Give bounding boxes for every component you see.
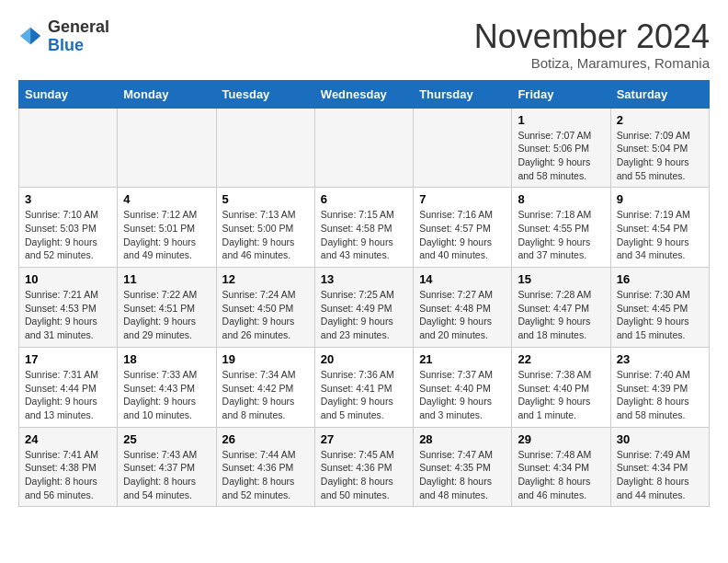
calendar-cell: 20Sunrise: 7:36 AM Sunset: 4:41 PM Dayli… xyxy=(314,347,413,427)
calendar-cell: 8Sunrise: 7:18 AM Sunset: 4:55 PM Daylig… xyxy=(512,188,610,268)
calendar-cell: 17Sunrise: 7:31 AM Sunset: 4:44 PM Dayli… xyxy=(19,347,118,427)
calendar-week-5: 24Sunrise: 7:41 AM Sunset: 4:38 PM Dayli… xyxy=(19,427,710,507)
day-detail: Sunrise: 7:43 AM Sunset: 4:37 PM Dayligh… xyxy=(123,448,210,502)
weekday-header-thursday: Thursday xyxy=(414,80,512,108)
calendar-cell: 2Sunrise: 7:09 AM Sunset: 5:04 PM Daylig… xyxy=(610,108,709,188)
month-title: November 2024 xyxy=(474,18,710,55)
day-number: 14 xyxy=(419,272,506,286)
weekday-header-saturday: Saturday xyxy=(610,80,709,108)
day-number: 29 xyxy=(518,432,604,446)
calendar-cell: 3Sunrise: 7:10 AM Sunset: 5:03 PM Daylig… xyxy=(19,188,118,268)
title-area: November 2024 Botiza, Maramures, Romania xyxy=(474,18,710,71)
calendar-week-1: 1Sunrise: 7:07 AM Sunset: 5:06 PM Daylig… xyxy=(19,108,710,188)
calendar-cell: 10Sunrise: 7:21 AM Sunset: 4:53 PM Dayli… xyxy=(19,268,118,348)
calendar-cell: 27Sunrise: 7:45 AM Sunset: 4:36 PM Dayli… xyxy=(314,427,413,507)
day-number: 11 xyxy=(123,272,210,286)
weekday-header-sunday: Sunday xyxy=(19,80,118,108)
day-detail: Sunrise: 7:45 AM Sunset: 4:36 PM Dayligh… xyxy=(321,448,407,502)
day-number: 26 xyxy=(222,432,309,446)
calendar-week-4: 17Sunrise: 7:31 AM Sunset: 4:44 PM Dayli… xyxy=(19,347,710,427)
day-detail: Sunrise: 7:22 AM Sunset: 4:51 PM Dayligh… xyxy=(123,288,210,342)
day-detail: Sunrise: 7:18 AM Sunset: 4:55 PM Dayligh… xyxy=(518,208,604,262)
calendar-cell: 16Sunrise: 7:30 AM Sunset: 4:45 PM Dayli… xyxy=(610,268,709,348)
day-number: 12 xyxy=(222,272,309,286)
day-detail: Sunrise: 7:13 AM Sunset: 5:00 PM Dayligh… xyxy=(222,208,309,262)
calendar-cell: 9Sunrise: 7:19 AM Sunset: 4:54 PM Daylig… xyxy=(610,188,709,268)
day-number: 23 xyxy=(617,352,703,366)
calendar-cell xyxy=(118,108,216,188)
calendar-cell: 26Sunrise: 7:44 AM Sunset: 4:36 PM Dayli… xyxy=(216,427,314,507)
day-number: 1 xyxy=(518,113,604,127)
weekday-header-tuesday: Tuesday xyxy=(216,80,314,108)
day-number: 15 xyxy=(518,272,604,286)
calendar-cell: 25Sunrise: 7:43 AM Sunset: 4:37 PM Dayli… xyxy=(118,427,216,507)
day-number: 2 xyxy=(617,113,703,127)
calendar-cell: 14Sunrise: 7:27 AM Sunset: 4:48 PM Dayli… xyxy=(414,268,512,348)
day-detail: Sunrise: 7:12 AM Sunset: 5:01 PM Dayligh… xyxy=(123,208,210,262)
day-detail: Sunrise: 7:15 AM Sunset: 4:58 PM Dayligh… xyxy=(321,208,407,262)
svg-marker-1 xyxy=(20,28,30,45)
day-detail: Sunrise: 7:37 AM Sunset: 4:40 PM Dayligh… xyxy=(419,368,506,422)
calendar-week-3: 10Sunrise: 7:21 AM Sunset: 4:53 PM Dayli… xyxy=(19,268,710,348)
calendar-cell xyxy=(314,108,413,188)
calendar-cell: 11Sunrise: 7:22 AM Sunset: 4:51 PM Dayli… xyxy=(118,268,216,348)
day-detail: Sunrise: 7:31 AM Sunset: 4:44 PM Dayligh… xyxy=(25,368,111,422)
day-number: 30 xyxy=(617,432,703,446)
calendar-cell: 4Sunrise: 7:12 AM Sunset: 5:01 PM Daylig… xyxy=(118,188,216,268)
calendar-cell: 1Sunrise: 7:07 AM Sunset: 5:06 PM Daylig… xyxy=(512,108,610,188)
day-detail: Sunrise: 7:28 AM Sunset: 4:47 PM Dayligh… xyxy=(518,288,604,342)
day-number: 4 xyxy=(123,192,210,206)
day-number: 8 xyxy=(518,192,604,206)
calendar-cell: 30Sunrise: 7:49 AM Sunset: 4:34 PM Dayli… xyxy=(610,427,709,507)
day-detail: Sunrise: 7:16 AM Sunset: 4:57 PM Dayligh… xyxy=(419,208,506,262)
day-detail: Sunrise: 7:34 AM Sunset: 4:42 PM Dayligh… xyxy=(222,368,309,422)
day-detail: Sunrise: 7:21 AM Sunset: 4:53 PM Dayligh… xyxy=(25,288,111,342)
day-detail: Sunrise: 7:48 AM Sunset: 4:34 PM Dayligh… xyxy=(518,448,604,502)
day-detail: Sunrise: 7:38 AM Sunset: 4:40 PM Dayligh… xyxy=(518,368,604,422)
day-number: 6 xyxy=(321,192,407,206)
calendar-cell: 15Sunrise: 7:28 AM Sunset: 4:47 PM Dayli… xyxy=(512,268,610,348)
logo-blue-text: Blue xyxy=(48,36,84,54)
calendar-header-row: SundayMondayTuesdayWednesdayThursdayFrid… xyxy=(19,80,710,108)
calendar-cell: 23Sunrise: 7:40 AM Sunset: 4:39 PM Dayli… xyxy=(610,347,709,427)
weekday-header-wednesday: Wednesday xyxy=(314,80,413,108)
calendar-week-2: 3Sunrise: 7:10 AM Sunset: 5:03 PM Daylig… xyxy=(19,188,710,268)
calendar-cell xyxy=(19,108,118,188)
day-number: 28 xyxy=(419,432,506,446)
day-number: 25 xyxy=(123,432,210,446)
calendar-cell xyxy=(414,108,512,188)
page-header: General Blue November 2024 Botiza, Maram… xyxy=(18,18,710,71)
calendar-cell: 5Sunrise: 7:13 AM Sunset: 5:00 PM Daylig… xyxy=(216,188,314,268)
day-number: 7 xyxy=(419,192,506,206)
day-number: 18 xyxy=(123,352,210,366)
day-number: 22 xyxy=(518,352,604,366)
calendar-cell: 21Sunrise: 7:37 AM Sunset: 4:40 PM Dayli… xyxy=(414,347,512,427)
day-detail: Sunrise: 7:10 AM Sunset: 5:03 PM Dayligh… xyxy=(25,208,111,262)
day-number: 17 xyxy=(25,352,111,366)
day-number: 5 xyxy=(222,192,309,206)
calendar-cell: 29Sunrise: 7:48 AM Sunset: 4:34 PM Dayli… xyxy=(512,427,610,507)
calendar-cell xyxy=(216,108,314,188)
logo-general-text: General xyxy=(48,17,109,36)
calendar-cell: 13Sunrise: 7:25 AM Sunset: 4:49 PM Dayli… xyxy=(314,268,413,348)
day-detail: Sunrise: 7:09 AM Sunset: 5:04 PM Dayligh… xyxy=(617,129,703,183)
day-detail: Sunrise: 7:07 AM Sunset: 5:06 PM Dayligh… xyxy=(518,129,604,183)
day-detail: Sunrise: 7:27 AM Sunset: 4:48 PM Dayligh… xyxy=(419,288,506,342)
day-detail: Sunrise: 7:49 AM Sunset: 4:34 PM Dayligh… xyxy=(617,448,703,502)
logo: General Blue xyxy=(18,18,109,55)
day-number: 16 xyxy=(617,272,703,286)
svg-marker-0 xyxy=(30,28,40,45)
calendar-cell: 19Sunrise: 7:34 AM Sunset: 4:42 PM Dayli… xyxy=(216,347,314,427)
day-detail: Sunrise: 7:47 AM Sunset: 4:35 PM Dayligh… xyxy=(419,448,506,502)
calendar-cell: 12Sunrise: 7:24 AM Sunset: 4:50 PM Dayli… xyxy=(216,268,314,348)
day-number: 21 xyxy=(419,352,506,366)
day-detail: Sunrise: 7:41 AM Sunset: 4:38 PM Dayligh… xyxy=(25,448,111,502)
day-detail: Sunrise: 7:44 AM Sunset: 4:36 PM Dayligh… xyxy=(222,448,309,502)
day-number: 20 xyxy=(321,352,407,366)
day-number: 10 xyxy=(25,272,111,286)
day-number: 19 xyxy=(222,352,309,366)
day-number: 9 xyxy=(617,192,703,206)
day-detail: Sunrise: 7:24 AM Sunset: 4:50 PM Dayligh… xyxy=(222,288,309,342)
calendar-cell: 28Sunrise: 7:47 AM Sunset: 4:35 PM Dayli… xyxy=(414,427,512,507)
calendar-cell: 22Sunrise: 7:38 AM Sunset: 4:40 PM Dayli… xyxy=(512,347,610,427)
